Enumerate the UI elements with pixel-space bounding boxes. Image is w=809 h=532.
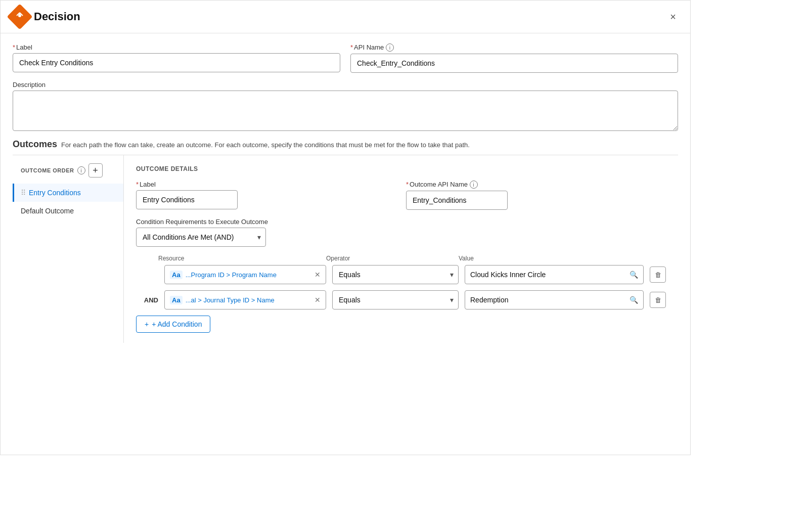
outcome-detail-title: OUTCOME DETAILS xyxy=(136,165,666,172)
outcomes-container: OUTCOME ORDER i + ⠿ Entry Conditions Def… xyxy=(13,155,678,343)
add-condition-button[interactable]: + + Add Condition xyxy=(136,316,210,333)
value-search-icon-1[interactable]: 🔍 xyxy=(630,296,638,304)
label-apiname-row: *Label *API Name i xyxy=(13,43,678,73)
condition-requirements: Condition Requirements to Execute Outcom… xyxy=(136,218,666,247)
header-left: Decision xyxy=(11,8,80,26)
resource-clear-button-0[interactable]: ✕ xyxy=(314,271,321,279)
condition-prefix-1: AND xyxy=(136,296,158,304)
modal-title: Decision xyxy=(34,10,80,23)
add-outcome-button[interactable]: + xyxy=(88,163,103,178)
detail-api-name-group: *Outcome API Name i xyxy=(406,181,666,210)
resource-clear-button-1[interactable]: ✕ xyxy=(314,296,321,304)
condition-row-0: Aa ...Program ID > Program Name ✕ Equals… xyxy=(136,265,666,284)
decision-modal: Decision × *Label *API Name i Descrip xyxy=(0,0,691,455)
description-input[interactable] xyxy=(13,91,678,131)
sidebar-header-text: OUTCOME ORDER xyxy=(21,167,74,173)
description-label: Description xyxy=(13,81,678,88)
trash-icon-1: 🗑 xyxy=(655,296,661,304)
outcomes-header: Outcomes For each path the flow can take… xyxy=(13,139,678,155)
resource-type-icon-1: Aa xyxy=(170,296,183,304)
outcomes-detail-panel: OUTCOME DETAILS *Label *Outcome API Name… xyxy=(124,155,678,343)
sidebar-header: OUTCOME ORDER i + xyxy=(13,163,123,184)
trash-icon-0: 🗑 xyxy=(655,271,661,279)
outcome-api-name-info-icon[interactable]: i xyxy=(470,181,478,189)
modal-body: *Label *API Name i Description Outcomes … xyxy=(1,33,690,353)
resource-type-icon-0: Aa xyxy=(170,271,183,279)
delete-condition-button-1[interactable]: 🗑 xyxy=(650,292,666,308)
detail-label-field-label: *Label xyxy=(136,181,396,188)
add-condition-label: + Add Condition xyxy=(152,320,202,328)
operator-select-1[interactable]: Equals Does Not Equal Contains xyxy=(332,290,459,309)
sidebar-item-entry-conditions[interactable]: ⠿ Entry Conditions xyxy=(13,184,123,202)
outcome-label-input[interactable] xyxy=(136,190,238,209)
value-search-icon-0[interactable]: 🔍 xyxy=(630,271,638,279)
conditions-column-headers: Resource Operator Value xyxy=(136,255,666,262)
condition-row-1: AND Aa ...al > Journal Type ID > Name ✕ … xyxy=(136,290,666,309)
label-field-label: *Label xyxy=(13,43,340,51)
sidebar-item-label-default: Default Outcome xyxy=(21,207,74,215)
close-button[interactable]: × xyxy=(666,9,680,25)
detail-api-name-label: *Outcome API Name i xyxy=(406,181,666,189)
resource-field-1[interactable]: Aa ...al > Journal Type ID > Name ✕ xyxy=(164,290,326,309)
operator-field-0: Equals Does Not Equal Contains ▾ xyxy=(332,265,459,284)
condition-req-label: Condition Requirements to Execute Outcom… xyxy=(136,218,666,226)
resource-text-0: ...Program ID > Program Name xyxy=(186,271,311,279)
operator-column-header: Operator xyxy=(326,255,453,262)
value-field-0[interactable]: Cloud Kicks Inner Circle 🔍 xyxy=(465,265,644,284)
operator-select-0[interactable]: Equals Does Not Equal Contains xyxy=(332,265,459,284)
outcomes-description: For each path the flow can take, create … xyxy=(61,141,470,149)
condition-req-select-wrapper: All Conditions Are Met (AND) Any Conditi… xyxy=(136,228,266,247)
api-name-group: *API Name i xyxy=(350,43,678,73)
modal-header: Decision × xyxy=(1,1,690,33)
resource-field-0[interactable]: Aa ...Program ID > Program Name ✕ xyxy=(164,265,326,284)
api-name-info-icon[interactable]: i xyxy=(386,43,394,52)
value-column-header: Value xyxy=(459,255,666,262)
outcomes-title: Outcomes xyxy=(13,139,57,150)
outcomes-sidebar: OUTCOME ORDER i + ⠿ Entry Conditions Def… xyxy=(13,155,124,343)
label-input[interactable] xyxy=(13,53,340,72)
delete-condition-button-0[interactable]: 🗑 xyxy=(650,267,666,283)
detail-label-group: *Label xyxy=(136,181,396,210)
conditions-table: Resource Operator Value Aa ...Program ID… xyxy=(136,255,666,309)
value-text-0: Cloud Kicks Inner Circle xyxy=(470,271,626,279)
svg-point-3 xyxy=(18,14,21,17)
decision-icon xyxy=(7,4,33,30)
operator-field-1: Equals Does Not Equal Contains ▾ xyxy=(332,290,459,309)
resource-text-1: ...al > Journal Type ID > Name xyxy=(186,296,311,304)
sidebar-item-default-outcome[interactable]: Default Outcome xyxy=(13,202,123,220)
outcome-api-name-input[interactable] xyxy=(406,191,508,210)
description-group: Description xyxy=(13,81,678,131)
value-text-1: Redemption xyxy=(470,296,626,304)
resource-column-header: Resource xyxy=(158,255,320,262)
sidebar-item-label-entry: Entry Conditions xyxy=(29,189,81,197)
label-group: *Label xyxy=(13,43,340,73)
api-name-field-label: *API Name i xyxy=(350,43,678,52)
condition-req-select[interactable]: All Conditions Are Met (AND) Any Conditi… xyxy=(136,228,266,247)
detail-label-apiname-row: *Label *Outcome API Name i xyxy=(136,181,666,210)
value-field-1[interactable]: Redemption 🔍 xyxy=(465,290,644,309)
api-name-input[interactable] xyxy=(350,54,678,73)
outcome-order-info-icon[interactable]: i xyxy=(77,166,85,174)
add-condition-icon: + xyxy=(145,320,149,328)
drag-handle-icon: ⠿ xyxy=(21,189,26,197)
